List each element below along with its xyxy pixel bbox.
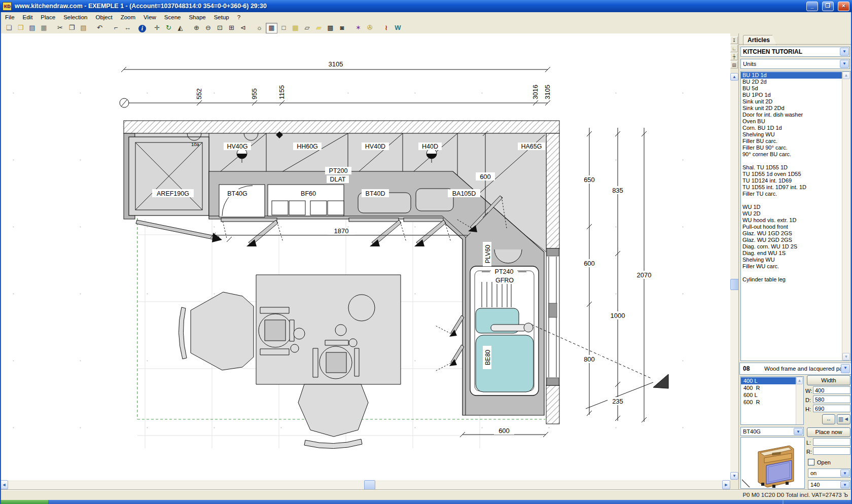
height-field[interactable] (813, 405, 850, 412)
article-item[interactable]: Shelving WU (741, 257, 842, 263)
clipboard-mode-button[interactable]: ▤ (730, 61, 738, 68)
menu-selection[interactable]: Selection (59, 13, 91, 21)
depth-field[interactable] (813, 395, 850, 403)
solid-3d-button[interactable]: ▰ (313, 23, 324, 33)
tab-articles[interactable]: Articles (743, 35, 776, 45)
article-item[interactable]: Shelving WU (741, 131, 842, 138)
colored-elevation-button[interactable]: ▩ (290, 23, 301, 33)
dimension-tool-button[interactable]: ↔ (122, 23, 133, 33)
menu-edit[interactable]: Edit (19, 13, 37, 21)
zoom-1-1-button[interactable]: ⊡ (215, 23, 225, 33)
list-scrollbar[interactable]: ▲ ▼ (842, 71, 850, 361)
plinth-height-select[interactable]: 140 ▼ (808, 480, 850, 489)
magic-tool-button[interactable]: ✶ (353, 23, 364, 33)
articles-list[interactable]: BU 1D 1dBU 2D 2dBU 5dBU 1PO 1dSink unit … (740, 71, 851, 361)
chevron-down-icon[interactable]: ▼ (840, 60, 849, 68)
zoom-window-button[interactable]: ⊞ (226, 23, 237, 33)
article-item[interactable]: Sink unit 2D (741, 98, 842, 105)
menu-view[interactable]: View (139, 13, 160, 21)
print-button[interactable]: ▦ (39, 23, 49, 33)
hinge-side-select[interactable]: on ▼ (808, 469, 850, 478)
article-item[interactable] (741, 270, 842, 276)
scroll-up-icon[interactable]: ▲ (796, 377, 803, 384)
variants-list[interactable]: 400 L400 R600 L600 R ▲ (740, 376, 804, 425)
chevron-down-icon[interactable]: ▼ (794, 428, 803, 435)
variant-item[interactable]: 600 L (741, 391, 796, 399)
canvas-vscrollbar[interactable]: ▲ ▼ (730, 73, 738, 480)
article-item[interactable]: Diag. corn. WU 1D 2S (741, 243, 842, 250)
rotate-button[interactable]: ↻ (163, 23, 174, 33)
zoom-previous-button[interactable]: ⊲ (238, 23, 248, 33)
scroll-up-icon[interactable]: ▲ (842, 71, 850, 79)
chevron-down-icon[interactable]: ▼ (841, 364, 850, 373)
photo-render-button[interactable]: ◙ (337, 23, 347, 33)
scroll-left-icon[interactable]: ◄ (0, 480, 8, 489)
plan-view-button[interactable]: ▦ (266, 23, 277, 33)
place-now-button[interactable]: Place now (807, 427, 850, 437)
new-button[interactable]: ❏ (4, 23, 14, 33)
node-mode-button[interactable]: ┾ (730, 53, 738, 60)
menu-object[interactable]: Object (91, 13, 116, 21)
variant-item[interactable]: 400 R (741, 384, 796, 391)
article-item[interactable]: BU 1PO 1d (741, 92, 842, 98)
menu-zoom[interactable]: Zoom (117, 13, 139, 21)
article-item[interactable]: Oven BU (741, 118, 842, 125)
path-tool-button[interactable]: ≀ (381, 23, 392, 33)
zoom-in-button[interactable]: ⊕ (191, 23, 202, 33)
menu-?[interactable]: ? (233, 13, 244, 21)
article-item[interactable]: TU 1D55 int. 1D97 int. 1D (741, 184, 842, 191)
elevation-view-button[interactable]: □ (278, 23, 289, 33)
grid-snap-button[interactable]: ▥◄ (837, 414, 850, 424)
article-item[interactable]: BU 1D 1d (741, 72, 842, 79)
left-gap-field[interactable] (813, 438, 850, 446)
wireframe-3d-button[interactable]: ▱ (302, 23, 312, 33)
menu-scene[interactable]: Scene (160, 13, 185, 21)
scroll-down-icon[interactable]: ▼ (842, 353, 850, 361)
article-item[interactable]: Filler BU 90° carc. (741, 145, 842, 151)
article-item[interactable]: BU 2D 2d (741, 79, 842, 85)
minimize-button[interactable]: _ (806, 2, 818, 11)
menu-shape[interactable]: Shape (185, 13, 209, 21)
article-item[interactable]: TU 1D124 int. 1D69 (741, 177, 842, 184)
article-item[interactable]: Filler TU carc. (741, 191, 842, 197)
fridge-cabinet[interactable] (129, 137, 209, 215)
chevron-down-icon[interactable]: ▼ (840, 481, 849, 488)
article-item[interactable]: Pull-out hood front (741, 224, 842, 230)
textured-3d-button[interactable]: ▩ (325, 23, 336, 33)
drawing-canvas[interactable]: 3105 552 955 1155 3016 3105 1870 600 600… (0, 33, 730, 480)
zoom-out-button[interactable]: ⊖ (203, 23, 214, 33)
move-button[interactable]: ✛ (152, 23, 162, 33)
article-item[interactable]: BU 5d (741, 85, 842, 92)
article-item[interactable]: Filler BU carc. (741, 138, 842, 145)
wall-tool-button[interactable]: ⌐ (111, 23, 121, 33)
sink-unit[interactable] (470, 266, 539, 395)
undo-button[interactable]: ↶ (94, 23, 105, 33)
walkthrough-button[interactable]: W (393, 23, 403, 33)
article-item[interactable]: Glaz. WU 1GD 2GS (741, 230, 842, 237)
catalog-select[interactable]: KITCHEN TUTORIAL ▼ (740, 47, 850, 57)
finish-row[interactable]: 08 Wood frame and lacquered par ▼ (739, 363, 851, 375)
width-button[interactable]: Width (807, 375, 850, 385)
scroll-up-icon[interactable]: ▲ (730, 73, 738, 81)
open-button[interactable]: ❒ (15, 23, 26, 33)
article-item[interactable]: Filler WU carc. (741, 263, 842, 270)
chevron-down-icon[interactable]: ▼ (840, 470, 849, 477)
render-light-button[interactable]: ☼ (254, 23, 265, 33)
copy-button[interactable]: ❐ (66, 23, 77, 33)
mirror-button[interactable]: ◭ (175, 23, 186, 33)
canvas-hscrollbar[interactable]: ◄ ► (0, 480, 730, 489)
article-item[interactable]: WU hood vis. extr. 1D (741, 217, 842, 224)
open-checkbox[interactable] (808, 459, 814, 465)
article-item[interactable]: Corn. BU 1D 1d (741, 125, 842, 131)
tape-measure-button[interactable]: ✇ (365, 23, 375, 33)
menu-place[interactable]: Place (37, 13, 59, 21)
maximize-button[interactable]: ❐ (822, 2, 834, 11)
article-item[interactable]: Cylinder table leg (741, 276, 842, 283)
close-button[interactable]: × (838, 2, 849, 11)
menu-file[interactable]: File (1, 13, 19, 21)
list-scrollbar[interactable]: ▲ (796, 377, 803, 424)
sku-select[interactable]: BT40G ▼ (740, 427, 804, 436)
article-item[interactable]: TU 1D55 1d oven 1D55 (741, 171, 842, 177)
article-item[interactable] (741, 197, 842, 204)
article-item[interactable]: Shal. TU 1D55 1D (741, 164, 842, 171)
